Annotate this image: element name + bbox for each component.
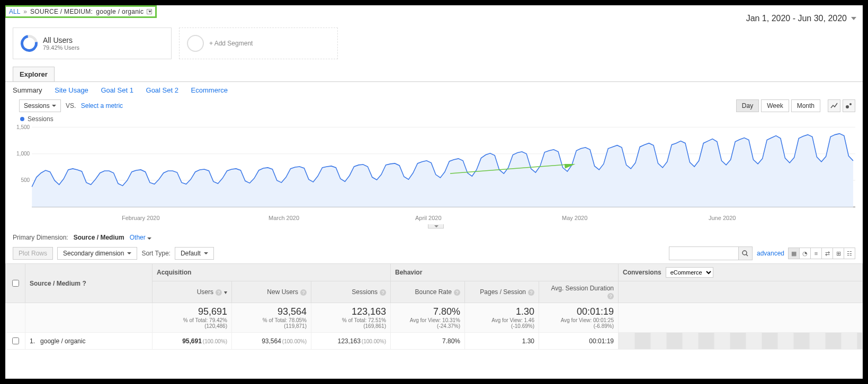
col-bounce-rate[interactable]: Bounce Rate? xyxy=(391,281,465,303)
breadcrumb[interactable]: ALL » SOURCE / MEDIUM: google / organic xyxy=(5,5,157,18)
help-icon[interactable]: ? xyxy=(82,280,86,287)
view-cloud-icon[interactable]: ⊞ xyxy=(833,248,844,259)
granularity-week[interactable]: Week xyxy=(761,99,789,112)
sessions-chart: 5001,0001,500 xyxy=(16,123,855,213)
donut-icon xyxy=(17,32,41,56)
help-icon[interactable]: ? xyxy=(607,293,614,299)
data-table: Source / Medium ? Acquisition Behavior C… xyxy=(5,263,863,350)
other-dimension-link[interactable]: Other xyxy=(130,234,151,241)
breadcrumb-label: SOURCE / MEDIUM: xyxy=(30,8,93,15)
legend-label: Sessions xyxy=(28,115,53,123)
svg-text:500: 500 xyxy=(21,177,30,183)
segment-all-users[interactable]: All Users 79.42% Users xyxy=(13,28,172,59)
sort-arrow-icon xyxy=(224,291,227,294)
group-conversions: Conversions eCommerce xyxy=(619,264,863,281)
granularity-month[interactable]: Month xyxy=(791,99,820,112)
help-icon[interactable]: ? xyxy=(380,289,386,296)
svg-point-0 xyxy=(846,105,849,108)
conversions-select[interactable]: eCommerce xyxy=(666,267,713,278)
group-behavior: Behavior xyxy=(391,264,619,281)
primary-dimension-label: Primary Dimension: xyxy=(13,234,68,241)
chevron-down-icon xyxy=(52,105,56,107)
col-sessions[interactable]: Sessions? xyxy=(311,281,391,303)
select-all-checkbox[interactable] xyxy=(12,280,19,287)
subtab-summary[interactable]: Summary xyxy=(13,86,42,94)
tab-explorer[interactable]: Explorer xyxy=(13,67,55,81)
granularity-day[interactable]: Day xyxy=(736,99,759,112)
chevron-down-icon xyxy=(127,252,131,254)
view-pivot-icon[interactable]: ☷ xyxy=(844,248,855,259)
subtab-ecommerce[interactable]: Ecommerce xyxy=(191,86,228,94)
table-search[interactable] xyxy=(669,246,753,260)
table-row[interactable]: 1. google / organic 95,691(100.00%) 93,5… xyxy=(6,333,863,350)
add-segment-button[interactable]: + Add Segment xyxy=(179,28,338,59)
chevron-down-icon xyxy=(147,237,151,240)
summary-row: 95,691% of Total: 79.42%(120,486) 93,564… xyxy=(6,303,863,333)
legend-dot-icon xyxy=(20,117,24,121)
segment-title: All Users xyxy=(43,36,79,44)
conversions-label: Conversions xyxy=(623,269,661,276)
subtab-goal2[interactable]: Goal Set 2 xyxy=(146,86,178,94)
svg-point-1 xyxy=(849,103,852,105)
row-name: google / organic xyxy=(40,337,85,345)
date-range-picker[interactable]: Jan 1, 2020 - Jun 30, 2020 xyxy=(746,14,856,23)
sort-type-label: Sort Type: xyxy=(141,250,170,257)
checkbox-header[interactable] xyxy=(6,264,25,303)
other-label: Other xyxy=(130,234,146,241)
source-medium-label: Source / Medium xyxy=(30,280,80,287)
subtab-goal1[interactable]: Goal Set 1 xyxy=(101,86,133,94)
svg-text:1,000: 1,000 xyxy=(16,151,30,157)
row-checkbox[interactable] xyxy=(12,337,19,344)
search-button[interactable] xyxy=(738,247,752,260)
row-index: 1. xyxy=(30,337,35,345)
select-metric-link[interactable]: Select a metric xyxy=(81,102,123,109)
chart-motion-icon[interactable] xyxy=(843,99,855,112)
metric-label: Sessions xyxy=(24,102,50,109)
metric-selector[interactable]: Sessions xyxy=(19,99,61,112)
sort-type-value: Default xyxy=(181,250,201,257)
breadcrumb-sep: » xyxy=(23,8,27,15)
col-conversions-hidden xyxy=(619,281,863,303)
secondary-dimension-label: Secondary dimension xyxy=(63,250,124,257)
x-axis-labels: February 2020March 2020April 2020May 202… xyxy=(16,213,855,221)
breadcrumb-value: google / organic xyxy=(96,8,144,15)
svg-line-12 xyxy=(746,254,748,256)
search-icon xyxy=(742,250,748,257)
breadcrumb-all[interactable]: ALL xyxy=(9,8,20,15)
chevron-down-icon xyxy=(204,252,208,254)
add-segment-label: + Add Segment xyxy=(209,40,253,47)
date-range-text: Jan 1, 2020 - Jun 30, 2020 xyxy=(746,14,847,23)
drag-handle[interactable] xyxy=(428,224,444,228)
help-icon[interactable]: ? xyxy=(528,289,534,296)
view-compare-icon[interactable]: ⇄ xyxy=(821,248,833,259)
group-acquisition: Acquisition xyxy=(153,264,391,281)
help-icon[interactable]: ? xyxy=(454,289,460,296)
search-input[interactable] xyxy=(669,248,738,259)
view-bar-icon[interactable]: ≡ xyxy=(810,248,822,259)
help-icon[interactable]: ? xyxy=(300,289,307,296)
col-avg-duration[interactable]: Avg. Session Duration? xyxy=(539,281,619,303)
svg-point-11 xyxy=(742,251,747,255)
chevron-down-icon xyxy=(851,17,856,20)
svg-text:1,500: 1,500 xyxy=(16,124,30,130)
col-users[interactable]: Users? xyxy=(153,281,232,303)
circle-icon xyxy=(187,35,204,52)
subtab-site-usage[interactable]: Site Usage xyxy=(55,86,88,94)
view-table-icon[interactable]: ▦ xyxy=(788,248,800,259)
col-new-users[interactable]: New Users? xyxy=(232,281,311,303)
advanced-link[interactable]: advanced xyxy=(757,250,784,257)
view-pie-icon[interactable]: ◔ xyxy=(799,248,811,259)
chart-line-icon[interactable] xyxy=(828,99,840,112)
secondary-dimension-button[interactable]: Secondary dimension xyxy=(57,247,137,260)
vs-label: VS. xyxy=(66,102,76,109)
primary-dimension-value: Source / Medium xyxy=(74,234,124,241)
chevron-down-icon[interactable] xyxy=(147,9,152,14)
plot-rows-button: Plot Rows xyxy=(13,247,53,260)
segment-sub: 79.42% Users xyxy=(43,44,79,51)
col-pages-session[interactable]: Pages / Session? xyxy=(465,281,539,303)
help-icon[interactable]: ? xyxy=(216,289,222,296)
sort-type-select[interactable]: Default xyxy=(175,247,214,260)
col-source-medium[interactable]: Source / Medium ? xyxy=(25,264,153,303)
